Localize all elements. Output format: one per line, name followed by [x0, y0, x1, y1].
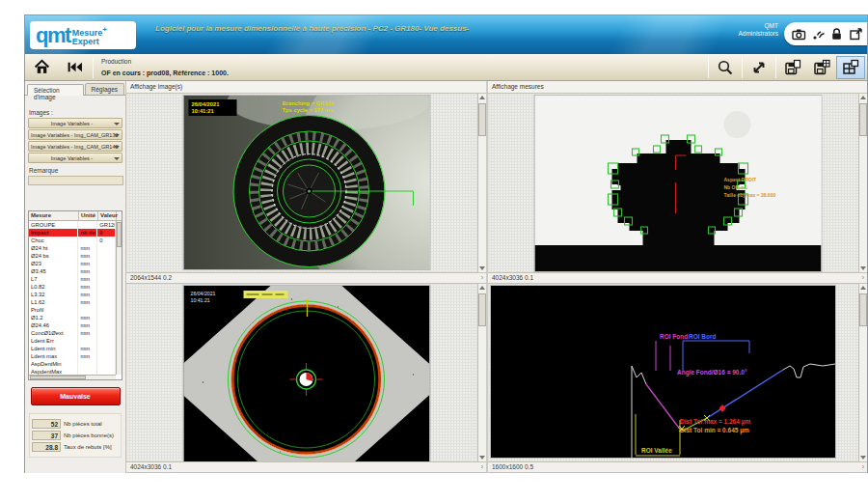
bad-part-button[interactable]: Mauvaise: [31, 387, 121, 405]
image-variable-select[interactable]: Image Variables -: [28, 118, 122, 128]
measure-value: [97, 291, 116, 298]
measure-viewer-top[interactable]: Aspect DROIT Nb Obj = 1 Taille obj max =…: [488, 94, 867, 272]
table-row[interactable]: Ø1.2 mm: [29, 314, 116, 321]
scroll-up-icon[interactable]: [479, 96, 485, 99]
table-row[interactable]: Ø24 ht mm: [29, 244, 116, 252]
table-row[interactable]: Choc 0: [29, 237, 116, 244]
scroll-down-icon[interactable]: [479, 456, 485, 460]
lock-icon[interactable]: [829, 27, 844, 42]
measure-unit: mm: [78, 283, 97, 291]
image-resolution: 1600x1600 0.5: [492, 463, 533, 470]
viewer-vertical-scrollbar[interactable]: [858, 284, 867, 462]
measure-value: [97, 275, 116, 283]
scroll-up-icon[interactable]: [860, 286, 866, 290]
silhouette-measure-image: Aspect DROIT Nb Obj = 1 Taille obj max =…: [534, 96, 821, 271]
measure-value: [97, 306, 116, 314]
toolbar-separator: [742, 57, 743, 78]
remark-input[interactable]: [28, 176, 123, 185]
scrollbar-thumb[interactable]: [859, 293, 867, 326]
scroll-up-icon[interactable]: [479, 286, 485, 290]
image-variable-label: Image Variables - Img_CAM_GR130: [31, 132, 119, 138]
table-row[interactable]: L7 mm: [29, 275, 116, 283]
table-row[interactable]: Ø23 mm: [29, 260, 116, 267]
camera-viewer-top[interactable]: 26/04/2021 10:41:21 Branching = GR120 Tp…: [126, 94, 486, 272]
measure-unit: [78, 360, 97, 368]
status-bar-measure-top: 4024x3036 0.1 ›: [488, 272, 867, 284]
table-row[interactable]: Ldent Err: [29, 337, 116, 345]
scroll-right-icon[interactable]: ›: [481, 274, 483, 281]
table-horizontal-scrollbar[interactable]: [29, 375, 116, 379]
image-resolution: 2064x1544 0.2: [130, 274, 172, 281]
chevron-down-icon: [114, 123, 120, 126]
measure-unit: mm: [78, 252, 97, 260]
col-unite[interactable]: Unité: [79, 211, 98, 220]
remote-signal-icon[interactable]: [811, 27, 826, 42]
skip-to-start-button[interactable]: [58, 56, 91, 79]
image-variable-list: Image Variables - Image Variables - Img_…: [25, 118, 125, 163]
status-bar-cam-bottom: 4024x3036 0.1 ›: [126, 461, 486, 473]
scrollbar-thumb[interactable]: [30, 376, 86, 379]
camera-icon[interactable]: [792, 27, 806, 42]
sidebar-tab[interactable]: Réglages: [85, 83, 124, 95]
viewer-vertical-scrollbar[interactable]: [477, 284, 486, 462]
table-row[interactable]: Ldent min mm: [29, 345, 116, 352]
main-toolbar: Production OF en cours : prod08, Référen…: [25, 54, 867, 81]
col-valeur[interactable]: Valeur: [98, 211, 117, 220]
table-row[interactable]: ConcØ1Øext mm: [29, 329, 116, 337]
scroll-right-icon[interactable]: ›: [481, 463, 483, 470]
table-vertical-scrollbar[interactable]: [116, 221, 122, 375]
table-row[interactable]: GROUPE GR120: [29, 221, 116, 229]
table-row[interactable]: Impact nb de 0: [29, 229, 116, 237]
scrollbar-thumb[interactable]: [117, 222, 122, 247]
scroll-down-icon[interactable]: [860, 456, 866, 460]
table-row[interactable]: Ø3.45 mm: [29, 267, 116, 275]
table-row[interactable]: L1.62 mm: [29, 298, 116, 306]
scrollbar-thumb[interactable]: [478, 103, 486, 136]
measure-name: Ø1.2: [29, 314, 78, 321]
external-window-icon[interactable]: [849, 27, 863, 42]
col-mesure[interactable]: Mesure: [29, 211, 79, 220]
scroll-down-icon[interactable]: [479, 266, 485, 270]
scroll-right-icon[interactable]: ›: [862, 274, 864, 281]
scroll-down-icon[interactable]: [860, 266, 866, 270]
home-button[interactable]: [25, 56, 58, 79]
sidebar-tab[interactable]: Sélection d'image: [27, 84, 84, 96]
stat-label: Nb pièces bonne(s): [64, 432, 114, 438]
search-button[interactable]: [711, 56, 740, 79]
table-row[interactable]: L3.32 mm: [29, 291, 116, 298]
table-row[interactable]: AspdentMax: [29, 368, 116, 375]
table-row[interactable]: Ø24 bs mm: [29, 252, 116, 260]
image-variable-select[interactable]: Image Variables -: [28, 153, 122, 163]
pan-zoom-arrows-button[interactable]: [745, 56, 773, 79]
scrollbar-thumb[interactable]: [859, 103, 867, 136]
angle-annotation: Angle Fond/Ø16 = 90.0°: [677, 369, 747, 376]
scrollbar-thumb[interactable]: [478, 293, 486, 326]
measures-panel-title: Affichage mesures: [488, 81, 867, 94]
viewer-vertical-scrollbar[interactable]: [858, 94, 867, 272]
save-image-button[interactable]: [807, 56, 836, 79]
dist-tol-min: Dist Tol min = 0.645 µm: [680, 427, 749, 434]
measures-table: Mesure Unité Valeur GROUPE GR120 Im: [28, 210, 122, 380]
measure-unit: nb de: [78, 229, 97, 237]
camera-viewer-bottom[interactable]: 26/04/2021 10:41:21: [126, 284, 486, 462]
table-row[interactable]: Profil: [29, 306, 116, 314]
profile-measure-image: ROI Fond ROI Bord Angle Fond/Ø16 = 90.0°…: [491, 286, 835, 458]
image-variable-select[interactable]: Image Variables - Img_CAM_GR130: [28, 129, 122, 140]
table-row[interactable]: Ø24.46 mm: [29, 321, 116, 329]
scroll-up-icon[interactable]: [860, 96, 866, 99]
table-row[interactable]: Ldent max mm: [29, 352, 116, 360]
table-row[interactable]: AspDentMin: [29, 360, 116, 368]
table-row[interactable]: L0.82 mm: [29, 283, 116, 291]
measure-value: 0: [97, 237, 116, 244]
scroll-right-icon[interactable]: ›: [862, 463, 864, 470]
stat-label: Taux de rebuts [%]: [64, 444, 112, 450]
save-report-button[interactable]: [778, 56, 807, 79]
image-variable-select[interactable]: Image Variables - Img_CAM_GR140: [28, 141, 122, 152]
measure-name: L7: [29, 275, 78, 283]
measure-unit: mm: [78, 267, 97, 275]
measure-unit: [78, 337, 97, 345]
measure-viewer-bottom[interactable]: ROI Fond ROI Bord Angle Fond/Ø16 = 90.0°…: [488, 284, 867, 462]
viewer-vertical-scrollbar[interactable]: [477, 94, 486, 272]
measure-value: [97, 267, 116, 275]
multi-view-layout-button[interactable]: [836, 56, 865, 79]
